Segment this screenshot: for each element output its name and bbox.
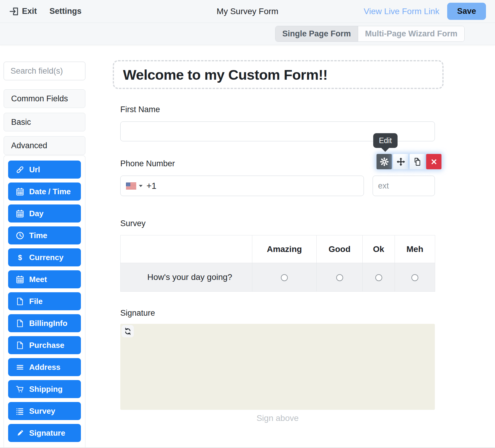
advanced-fields-panel: UrlDate / TimeDayTime$CurrencyMeetFileBi…	[4, 155, 85, 447]
view-live-form-link[interactable]: View Live Form Link	[364, 7, 439, 16]
signature-field: Signature Sign above	[120, 308, 435, 423]
clock-icon	[16, 232, 24, 240]
page-mode-toggle: Single Page Form Multi-Page Wizard Form	[275, 26, 465, 42]
phone-row: +1	[120, 176, 435, 196]
exit-button[interactable]: Exit	[9, 6, 37, 17]
edit-tooltip: Edit	[373, 133, 398, 148]
survey-field: Survey AmazingGoodOkMeh How's your day g…	[120, 219, 435, 292]
field-button-label: Date / Time	[29, 187, 71, 196]
builder-content: Common FieldsBasicAdvanced UrlDate / Tim…	[0, 45, 495, 448]
save-button[interactable]: Save	[447, 3, 486, 20]
dollar-icon: $	[16, 253, 24, 262]
field-sections: Common FieldsBasicAdvanced	[4, 89, 85, 155]
calendar-icon	[16, 275, 24, 284]
file-icon	[16, 341, 24, 349]
chevron-down-icon	[139, 185, 143, 187]
svg-text:$: $	[18, 253, 22, 261]
survey-option-cell-meh	[395, 263, 435, 292]
dial-code: +1	[146, 181, 156, 191]
copy-field-button[interactable]	[410, 154, 425, 169]
cart-icon	[16, 385, 24, 393]
exit-label: Exit	[22, 7, 37, 16]
delete-field-button[interactable]	[426, 154, 441, 169]
field-button-signature[interactable]: Signature	[8, 424, 81, 442]
copy-icon	[413, 157, 422, 166]
clear-signature-button[interactable]	[121, 325, 134, 337]
survey-column-header-ok: Ok	[363, 235, 395, 263]
field-button-time[interactable]: Time	[8, 226, 81, 244]
calendar-icon	[16, 188, 24, 196]
phone-number-field: Edit	[120, 159, 435, 196]
list-icon	[16, 407, 24, 415]
field-button-file[interactable]: File	[8, 292, 81, 310]
box-arrow-in-right-icon	[9, 6, 19, 17]
mode-toggle-bar: Single Page Form Multi-Page Wizard Form	[0, 23, 495, 45]
field-button-url[interactable]: Url	[8, 161, 81, 179]
survey-option-cell-amazing	[252, 263, 317, 292]
field-edit-toolbar	[377, 154, 441, 169]
sign-above-hint: Sign above	[120, 413, 435, 423]
first-name-label: First Name	[120, 105, 435, 114]
file-icon	[16, 297, 24, 305]
field-button-label: Time	[29, 231, 47, 240]
survey-column-header-meh: Meh	[395, 235, 435, 263]
survey-table-body: How's your day going?	[121, 263, 435, 292]
sidebar-section-advanced[interactable]: Advanced	[4, 136, 85, 155]
top-bar: Exit Settings My Survey Form View Live F…	[0, 0, 495, 23]
field-button-address[interactable]: Address	[8, 358, 81, 376]
form-title-text: Welcome to my Custom Form!!	[123, 66, 327, 83]
signature-pad[interactable]	[120, 324, 435, 410]
field-button-billinginfo[interactable]: BillingInfo	[8, 314, 81, 332]
survey-question-cell: How's your day going?	[121, 263, 252, 292]
field-button-survey[interactable]: Survey	[8, 402, 81, 420]
field-button-label: Signature	[29, 428, 65, 438]
toggle-multi-page-wizard-form[interactable]: Multi-Page Wizard Form	[358, 26, 464, 41]
signature-label: Signature	[120, 308, 435, 318]
delete-x-icon	[429, 157, 438, 166]
survey-option-cell-ok	[363, 263, 395, 292]
sidebar-section-basic[interactable]: Basic	[4, 113, 85, 131]
gear-icon	[380, 157, 389, 166]
survey-radio-good[interactable]	[336, 274, 343, 281]
sidebar-section-common-fields[interactable]: Common Fields	[4, 89, 85, 108]
field-button-label: Currency	[29, 253, 63, 262]
field-button-currency[interactable]: $Currency	[8, 248, 81, 266]
country-select[interactable]	[126, 183, 143, 189]
survey-table: AmazingGoodOkMeh How's your day going?	[120, 235, 435, 292]
survey-table-head: AmazingGoodOkMeh	[121, 235, 435, 263]
us-flag-icon	[126, 183, 136, 189]
field-button-shipping[interactable]: Shipping	[8, 380, 81, 398]
survey-row: How's your day going?	[121, 263, 435, 292]
phone-ext-input[interactable]	[373, 176, 435, 196]
survey-column-header-good: Good	[317, 235, 363, 263]
field-button-label: Address	[29, 363, 60, 372]
field-button-meet[interactable]: Meet	[8, 270, 81, 288]
field-button-label: BillingInfo	[29, 319, 67, 328]
field-button-day[interactable]: Day	[8, 204, 81, 222]
top-bar-left: Exit Settings	[9, 6, 81, 17]
survey-radio-meh[interactable]	[411, 274, 418, 281]
field-button-label: Survey	[29, 407, 55, 416]
top-bar-right: View Live Form Link Save	[364, 3, 486, 20]
field-palette-sidebar: Common FieldsBasicAdvanced UrlDate / Tim…	[4, 45, 85, 447]
form-title-block[interactable]: Welcome to my Custom Form!!	[113, 60, 444, 89]
survey-radio-ok[interactable]	[375, 274, 382, 281]
toggle-single-page-form[interactable]: Single Page Form	[275, 26, 358, 41]
link-icon	[16, 166, 24, 174]
move-field-button[interactable]	[393, 154, 408, 169]
move-icon	[396, 157, 405, 166]
field-button-label: Shipping	[29, 385, 63, 394]
phone-number-input[interactable]: +1	[120, 176, 364, 196]
search-fields-input[interactable]	[4, 62, 85, 80]
pencil-icon	[16, 429, 24, 437]
settings-button[interactable]: Settings	[50, 7, 82, 16]
survey-radio-amazing[interactable]	[281, 274, 288, 281]
edit-field-button[interactable]	[377, 154, 392, 169]
field-button-label: Url	[29, 165, 40, 174]
calendar-icon	[16, 210, 24, 218]
field-button-purchase[interactable]: Purchase	[8, 336, 81, 354]
refresh-icon	[124, 327, 132, 335]
file-icon	[16, 319, 24, 327]
field-button-date-time[interactable]: Date / Time	[8, 183, 81, 201]
field-button-label: Meet	[29, 275, 47, 284]
